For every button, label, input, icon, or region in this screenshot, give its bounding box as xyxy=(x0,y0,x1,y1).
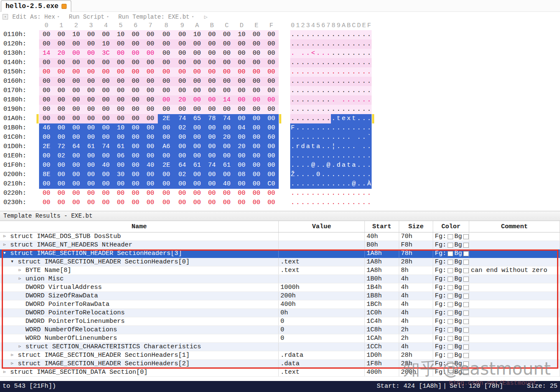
hex-byte[interactable]: 00 xyxy=(204,151,219,161)
ascii-char[interactable]: . xyxy=(346,77,351,86)
hex-byte[interactable]: 00 xyxy=(84,170,98,179)
ascii-char[interactable]: e xyxy=(341,114,346,123)
ascii-char[interactable]: Ž xyxy=(290,170,295,179)
ascii-char[interactable]: . xyxy=(290,161,295,170)
hex-byte[interactable]: 00 xyxy=(84,189,98,198)
hex-byte[interactable]: 00 xyxy=(39,198,54,207)
ascii-char[interactable]: . xyxy=(356,114,361,123)
ascii-char[interactable]: . xyxy=(305,189,311,198)
hex-byte[interactable]: 00 xyxy=(219,67,234,77)
ascii-char[interactable]: . xyxy=(351,58,356,67)
hex-byte[interactable]: 10 xyxy=(98,39,113,49)
hex-byte[interactable]: 00 xyxy=(98,30,113,39)
ascii-char[interactable]: . xyxy=(367,77,372,86)
hex-byte[interactable]: 00 xyxy=(54,58,69,67)
hex-byte[interactable]: 00 xyxy=(264,161,279,170)
ascii-char[interactable]: . xyxy=(305,114,311,123)
hex-byte[interactable]: 00 xyxy=(264,95,279,105)
ascii-char[interactable]: . xyxy=(367,105,372,114)
hex-byte[interactable]: 00 xyxy=(158,58,175,67)
ascii-char[interactable]: . xyxy=(351,123,356,133)
ascii-char[interactable]: . xyxy=(300,67,305,77)
expand-arrow-icon[interactable]: ▷ xyxy=(3,232,10,241)
hex-byte[interactable]: 2E xyxy=(158,114,175,123)
hex-byte[interactable]: 00 xyxy=(190,67,204,77)
ascii-char[interactable]: ` xyxy=(367,133,372,142)
hex-byte[interactable]: 00 xyxy=(175,86,190,95)
ascii-char[interactable] xyxy=(356,142,361,151)
hex-byte[interactable]: 00 xyxy=(175,189,190,198)
hex-byte[interactable]: 20 xyxy=(219,133,234,142)
ascii-char[interactable]: . xyxy=(331,39,336,49)
ascii-char[interactable]: . xyxy=(311,198,316,207)
hex-byte[interactable]: 74 xyxy=(204,161,219,170)
hex-byte[interactable]: 61 xyxy=(190,161,204,170)
ascii-char[interactable]: . xyxy=(326,58,331,67)
ascii-char[interactable]: . xyxy=(341,179,346,189)
ascii-char[interactable]: . xyxy=(326,189,331,198)
ascii-char[interactable]: . xyxy=(326,49,331,58)
expand-arrow-icon[interactable]: ▷ xyxy=(19,343,25,351)
hex-byte[interactable]: 00 xyxy=(175,58,190,67)
hex-byte[interactable]: 00 xyxy=(84,105,98,114)
ascii-char[interactable]: . xyxy=(295,30,300,39)
ascii-char[interactable]: . xyxy=(305,49,311,58)
ascii-char[interactable]: . xyxy=(305,198,311,207)
ascii-char[interactable]: . xyxy=(300,151,305,161)
ascii-char[interactable]: . xyxy=(367,170,372,179)
ascii-char[interactable]: ¦ xyxy=(331,142,336,151)
column-header-name[interactable]: Name xyxy=(0,221,279,232)
hex-byte[interactable]: 00 xyxy=(249,179,264,189)
ascii-char[interactable]: . xyxy=(321,142,326,151)
hex-byte[interactable]: 00 xyxy=(39,151,54,161)
ascii-char[interactable]: . xyxy=(290,49,295,58)
hex-byte[interactable]: 00 xyxy=(113,95,128,105)
hex-byte[interactable]: 00 xyxy=(69,123,84,133)
hex-byte[interactable]: 00 xyxy=(84,133,98,142)
hex-byte[interactable]: 00 xyxy=(143,95,158,105)
hex-byte[interactable]: 00 xyxy=(219,151,234,161)
hex-byte[interactable]: 00 xyxy=(219,123,234,133)
ascii-char[interactable]: . xyxy=(336,170,341,179)
ascii-char[interactable]: . xyxy=(316,58,321,67)
hex-byte[interactable]: 00 xyxy=(98,179,113,189)
bg-color-swatch[interactable] xyxy=(463,302,469,307)
hex-byte[interactable]: 00 xyxy=(158,77,175,86)
hex-byte[interactable]: 00 xyxy=(69,77,84,86)
ascii-char[interactable]: . xyxy=(346,39,351,49)
ascii-char[interactable]: . xyxy=(305,133,311,142)
hex-byte[interactable]: 00 xyxy=(234,114,249,123)
ascii-char[interactable]: . xyxy=(361,161,367,170)
ascii-char[interactable]: t xyxy=(346,161,351,170)
hex-byte[interactable]: 00 xyxy=(69,105,84,114)
hex-byte[interactable]: 00 xyxy=(39,189,54,198)
hex-byte[interactable]: 00 xyxy=(143,105,158,114)
hex-byte[interactable]: 00 xyxy=(234,58,249,67)
hex-byte[interactable]: 00 xyxy=(54,170,69,179)
fg-color-swatch[interactable] xyxy=(448,302,453,307)
ascii-char[interactable]: . xyxy=(367,198,372,207)
hex-byte[interactable]: 00 xyxy=(158,189,175,198)
hex-byte[interactable]: 00 xyxy=(175,198,190,207)
ascii-char[interactable]: . xyxy=(341,86,346,95)
ascii-char[interactable]: . xyxy=(336,198,341,207)
ascii-char[interactable]: . xyxy=(300,170,305,179)
hex-byte[interactable]: 00 xyxy=(128,30,143,39)
hex-byte[interactable]: 00 xyxy=(69,179,84,189)
hex-byte[interactable]: 00 xyxy=(143,114,158,123)
ascii-char[interactable]: . xyxy=(351,67,356,77)
ascii-char[interactable]: . xyxy=(356,133,361,142)
ascii-char[interactable]: . xyxy=(300,58,305,67)
template-row[interactable]: WORD NumberOfRelocations01C8h2hFg:Bg xyxy=(0,326,560,334)
ascii-char[interactable] xyxy=(336,95,341,105)
hex-byte[interactable]: 00 xyxy=(84,86,98,95)
ascii-char[interactable]: . xyxy=(361,170,367,179)
hex-byte[interactable]: 00 xyxy=(128,123,143,133)
hex-byte[interactable]: 00 xyxy=(264,170,279,179)
hex-byte[interactable]: 00 xyxy=(264,77,279,86)
hex-byte[interactable]: 00 xyxy=(219,189,234,198)
template-row[interactable]: ▷union Misc1B0h4hFg:Bg xyxy=(0,275,560,283)
hex-byte[interactable]: 00 xyxy=(39,39,54,49)
hex-byte[interactable]: 61 xyxy=(84,142,98,151)
ascii-char[interactable]: . xyxy=(336,86,341,95)
